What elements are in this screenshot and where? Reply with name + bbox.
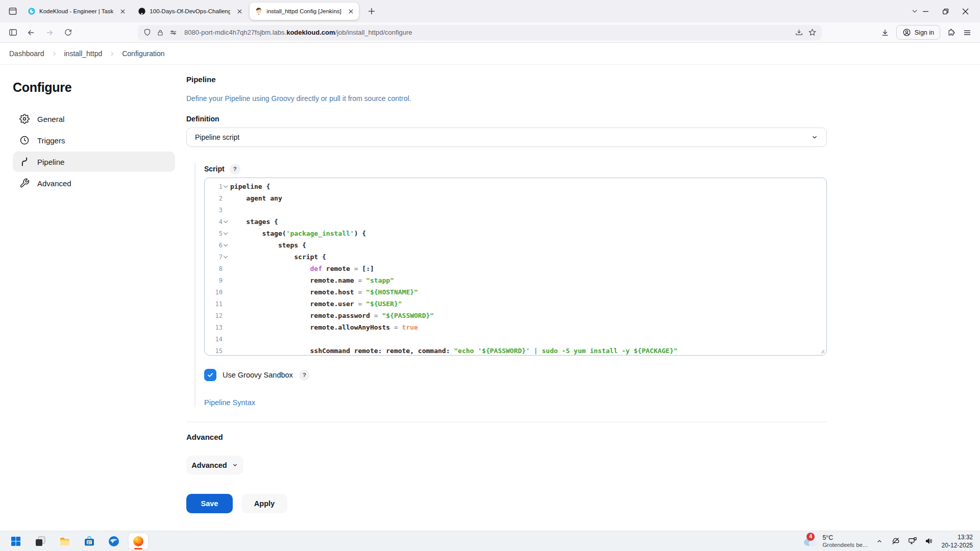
check-icon [207,371,214,379]
code-line[interactable]: 1pipeline { [205,181,826,192]
save-button[interactable]: Save [186,494,233,513]
code-line[interactable]: 4 stages { [205,216,826,228]
bookmark-star-icon[interactable] [808,28,817,37]
page-title: Configure [13,80,175,95]
back-icon[interactable] [23,25,39,40]
pipeline-script-section: Script ? 1pipeline {2 agent any34 stages… [194,163,827,407]
firefox-icon [132,535,144,547]
windows-start-icon [10,535,22,547]
permissions-icon[interactable] [169,28,178,37]
code-line[interactable]: 3 [205,204,826,216]
tray-expand-icon[interactable] [875,537,884,545]
lock-icon[interactable] [156,29,164,37]
code-line[interactable]: 11 remote.user = "${USER}" [205,298,826,310]
firefox-button[interactable] [129,533,148,549]
tab-title: 100-Days-Of-DevOps-Challenge [150,8,230,14]
code-line[interactable]: 7 script { [205,251,826,263]
code-line[interactable]: 5 stage('package_install') { [205,228,826,239]
code-line[interactable]: 13 remote.allowAnyHosts = true [205,321,826,333]
code-line[interactable]: 8 def remote = [:] [205,263,826,274]
close-window-button[interactable] [962,8,969,15]
resize-handle-icon[interactable] [820,348,825,354]
restore-button[interactable] [942,8,949,15]
volume-icon[interactable] [924,536,934,546]
code-line[interactable]: 15 sshCommand remote: remote, command: "… [205,345,826,356]
line-number: 6 [219,242,223,249]
close-icon[interactable] [348,9,354,14]
tab-kodekloud[interactable]: KodeKloud - Engineer | Task [22,3,131,20]
line-number: 8 [219,265,223,272]
sidebar-item-pipeline[interactable]: Pipeline [13,152,175,172]
thunderbird-button[interactable] [104,533,124,549]
pipeline-syntax-link[interactable]: Pipeline Syntax [204,398,255,407]
script-code-editor[interactable]: 1pipeline {2 agent any34 stages {5 stage… [204,178,827,356]
apply-button[interactable]: Apply [241,494,287,513]
fold-chevron-icon[interactable] [223,231,229,237]
sign-in-button[interactable]: Sign in [896,25,940,40]
code-text: pipeline { [230,183,270,190]
minimize-button[interactable] [922,8,929,15]
pipeline-config-main: Pipeline Define your Pipeline using Groo… [186,65,827,513]
tab-jenkins-config[interactable]: install_httpd Config [Jenkins] [250,3,358,20]
close-icon[interactable] [237,9,242,14]
sandbox-help-button[interactable]: ? [299,370,310,381]
fold-spacer [223,301,229,307]
sidebar-item-advanced[interactable]: Advanced [13,173,175,193]
fold-chevron-icon[interactable] [223,242,229,248]
fold-chevron-icon[interactable] [223,254,229,260]
firefox-view-icon[interactable] [5,4,20,19]
tracking-shield-icon[interactable] [143,28,152,37]
code-text: stage('package_install') { [230,230,366,237]
close-icon[interactable] [120,9,126,14]
definition-select[interactable]: Pipeline script [186,128,827,147]
url-prefix: 8080-port-mdic4h7qh27fsjbm.labs. [184,29,286,36]
code-line[interactable]: 12 remote.password = "${PASSWORD}" [205,310,826,321]
wrench-icon [19,178,30,188]
tab-github[interactable]: 100-Days-Of-DevOps-Challenge [133,3,248,20]
sidebar-item-triggers[interactable]: Triggers [13,130,175,151]
microsoft-store-button[interactable] [80,533,99,549]
groovy-sandbox-label[interactable]: Use Groovy Sandbox [223,371,293,379]
extensions-icon[interactable] [947,28,956,37]
windows-taskbar: 4 5°C Grotendeels be... 13:32 20-12-2025 [0,531,980,551]
chevron-right-icon [52,52,57,56]
sidebar-item-label: General [37,115,64,123]
code-line[interactable]: 10 remote.host = "${HOSTNAME}" [205,286,826,298]
jenkins-configure-page: Configure General Triggers Pipeline [0,65,980,531]
code-line[interactable]: 9 remote.name = "stapp" [205,274,826,286]
code-editor-lines: 1pipeline {2 agent any34 stages {5 stage… [205,181,826,356]
fold-spacer [223,289,229,295]
weather-widget[interactable]: 4 5°C Grotendeels be... [802,534,867,548]
code-text: remote.user = "${USER}" [230,300,402,308]
url-bar[interactable]: 8080-port-mdic4h7qh27fsjbm.labs.kodeklou… [138,25,822,40]
script-help-button[interactable]: ? [230,164,240,174]
fold-chevron-icon[interactable] [223,219,229,225]
file-explorer-button[interactable] [55,533,75,549]
breadcrumb-configuration[interactable]: Configuration [122,49,164,58]
breadcrumb-job[interactable]: install_httpd [64,49,103,58]
code-line[interactable]: 2 agent any [205,192,826,204]
code-line[interactable]: 14 [205,333,826,345]
sidebar-item-general[interactable]: General [13,109,175,129]
sidebar-toggle-icon[interactable] [5,25,20,40]
cloud-off-icon[interactable] [891,536,900,546]
network-icon[interactable] [908,536,917,546]
start-button[interactable] [6,533,26,549]
advanced-expand-button[interactable]: Advanced [186,456,243,474]
forward-icon[interactable] [42,25,57,40]
new-tab-button[interactable] [364,4,379,19]
line-number: 1 [219,183,223,190]
fold-chevron-icon[interactable] [223,184,229,190]
reload-icon[interactable] [60,25,76,40]
breadcrumb-dashboard[interactable]: Dashboard [9,49,44,58]
section-title-pipeline: Pipeline [186,75,827,84]
task-view-button[interactable] [31,533,50,549]
list-all-tabs-icon[interactable] [907,4,922,19]
downloads-icon[interactable] [880,28,890,37]
line-number: 5 [219,230,223,237]
import-icon[interactable] [795,28,803,37]
menu-hamburger-icon[interactable] [963,28,972,37]
taskbar-clock[interactable]: 13:32 20-12-2025 [942,533,973,549]
code-line[interactable]: 6 steps { [205,239,826,251]
groovy-sandbox-checkbox[interactable] [204,369,216,381]
